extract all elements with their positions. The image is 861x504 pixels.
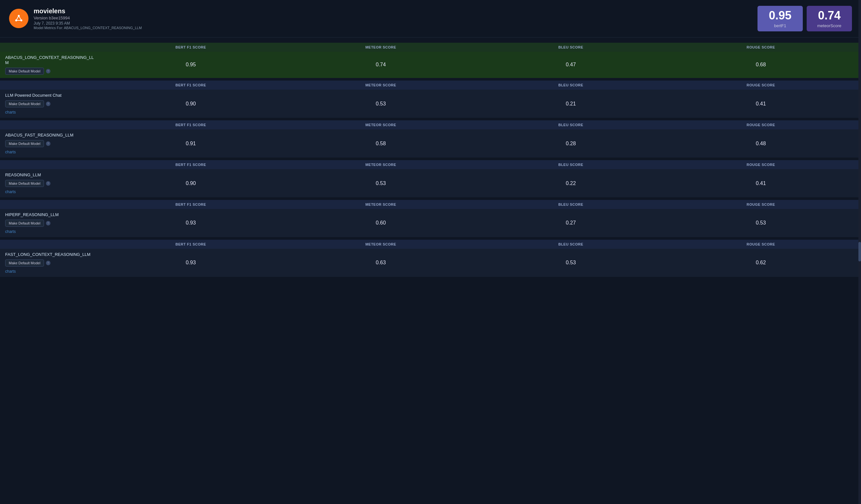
svg-line-3	[16, 16, 19, 21]
header-left: movielens Version b3ee15994 July 7, 2023…	[9, 8, 142, 30]
model-section-5: BERT F1 SCOREMETEOR SCOREBLEU SCOREROUGE…	[0, 200, 861, 237]
date: July 7, 2023 9:35 AM	[33, 21, 142, 26]
rouge-value-2: 0.41	[666, 101, 856, 107]
bert-label: bertF1	[767, 23, 794, 28]
score-header-row-6: BERT F1 SCOREMETEOR SCOREBLEU SCOREROUGE…	[0, 240, 861, 249]
scrollbar[interactable]	[858, 0, 861, 504]
meteor-value-6: 0.63	[286, 260, 476, 265]
main-content: BERT F1 SCOREMETEOR SCOREBLEU SCOREROUGE…	[0, 38, 861, 285]
header-model-col	[5, 203, 96, 206]
model-section-2: BERT F1 SCOREMETEOR SCOREBLEU SCOREROUGE…	[0, 81, 861, 118]
header-info: movielens Version b3ee15994 July 7, 2023…	[33, 8, 142, 30]
model-section-3: BERT F1 SCOREMETEOR SCOREBLEU SCOREROUGE…	[0, 120, 861, 158]
header-bleu: BLEU SCORE	[476, 123, 666, 127]
header-bert_f1: BERT F1 SCORE	[96, 242, 286, 246]
header-model-col	[5, 45, 96, 49]
header-bert_f1: BERT F1 SCORE	[96, 203, 286, 206]
header-meteor: METEOR SCORE	[286, 242, 476, 246]
model-section-4: BERT F1 SCOREMETEOR SCOREBLEU SCOREROUGE…	[0, 160, 861, 197]
model-cell-5: HIPERF_REASONING_LLMMake Default Model?c…	[5, 212, 96, 234]
header-rouge: ROUGE SCORE	[666, 242, 856, 246]
make-default-button-5[interactable]: Make Default Model	[5, 220, 44, 227]
help-icon-5[interactable]: ?	[46, 221, 51, 226]
meteor-value-5: 0.60	[286, 220, 476, 226]
model-cell-3: ABACUS_FAST_REASONING_LLMMake Default Mo…	[5, 133, 96, 154]
metric-badges: 0.95 bertF1 0.74 meteorScore	[757, 6, 852, 31]
meteor-label: meteorScore	[816, 23, 843, 28]
header-model-col	[5, 83, 96, 87]
bert_f1-value-2: 0.90	[96, 101, 286, 107]
bleu-value-4: 0.22	[476, 180, 666, 186]
help-icon-4[interactable]: ?	[46, 181, 51, 186]
score-header-row-5: BERT F1 SCOREMETEOR SCOREBLEU SCOREROUGE…	[0, 200, 861, 209]
charts-link-2[interactable]: charts	[5, 110, 96, 114]
score-data-row-1: ABACUS_LONG_CONTEXT_REASONING_LLMMake De…	[0, 52, 861, 78]
header-bert_f1: BERT F1 SCORE	[96, 45, 286, 49]
header-meteor: METEOR SCORE	[286, 163, 476, 167]
help-icon-3[interactable]: ?	[46, 141, 51, 146]
score-header-row-2: BERT F1 SCOREMETEOR SCOREBLEU SCOREROUGE…	[0, 81, 861, 90]
svg-line-4	[19, 16, 21, 21]
header-meteor: METEOR SCORE	[286, 123, 476, 127]
meteor-value: 0.74	[816, 9, 843, 22]
header: movielens Version b3ee15994 July 7, 2023…	[0, 0, 861, 38]
meteor-value-3: 0.58	[286, 141, 476, 147]
meteor-value-2: 0.53	[286, 101, 476, 107]
app-logo	[9, 9, 28, 28]
score-data-row-2: LLM Powered Document ChatMake Default Mo…	[0, 90, 861, 118]
model-name-6: FAST_LONG_CONTEXT_REASONING_LLM	[5, 252, 96, 258]
bert-badge: 0.95 bertF1	[757, 6, 803, 31]
header-meteor: METEOR SCORE	[286, 45, 476, 49]
model-name-2: LLM Powered Document Chat	[5, 93, 96, 98]
meteor-value-4: 0.53	[286, 180, 476, 186]
rouge-value-4: 0.41	[666, 180, 856, 186]
make-default-button-3[interactable]: Make Default Model	[5, 140, 44, 147]
score-header-row-1: BERT F1 SCOREMETEOR SCOREBLEU SCOREROUGE…	[0, 43, 861, 52]
rouge-value-5: 0.53	[666, 220, 856, 226]
bleu-value-6: 0.53	[476, 260, 666, 265]
meteor-value-1: 0.74	[286, 62, 476, 68]
charts-link-5[interactable]: charts	[5, 229, 96, 234]
bleu-value-3: 0.28	[476, 141, 666, 147]
rouge-value-6: 0.62	[666, 260, 856, 265]
header-rouge: ROUGE SCORE	[666, 83, 856, 87]
header-model-col	[5, 163, 96, 167]
score-header-row-3: BERT F1 SCOREMETEOR SCOREBLEU SCOREROUGE…	[0, 120, 861, 130]
charts-link-3[interactable]: charts	[5, 150, 96, 154]
header-rouge: ROUGE SCORE	[666, 203, 856, 206]
bert_f1-value-6: 0.93	[96, 260, 286, 265]
rouge-value-1: 0.68	[666, 62, 856, 68]
header-rouge: ROUGE SCORE	[666, 163, 856, 167]
bert_f1-value-3: 0.91	[96, 141, 286, 147]
model-cell-2: LLM Powered Document ChatMake Default Mo…	[5, 93, 96, 114]
header-bleu: BLEU SCORE	[476, 203, 666, 206]
score-data-row-3: ABACUS_FAST_REASONING_LLMMake Default Mo…	[0, 130, 861, 158]
bleu-value-5: 0.27	[476, 220, 666, 226]
header-model-col	[5, 242, 96, 246]
header-bleu: BLEU SCORE	[476, 83, 666, 87]
bert_f1-value-5: 0.93	[96, 220, 286, 226]
header-bert_f1: BERT F1 SCORE	[96, 163, 286, 167]
app-name: movielens	[33, 8, 142, 15]
rouge-value-3: 0.48	[666, 141, 856, 147]
model-name-1: ABACUS_LONG_CONTEXT_REASONING_LLM	[5, 55, 96, 66]
charts-link-4[interactable]: charts	[5, 190, 96, 194]
help-icon-1[interactable]: ?	[46, 69, 51, 73]
model-metrics: Model Metrics For: ABACUS_LONG_CONTEXT_R…	[33, 26, 142, 30]
model-cell-1: ABACUS_LONG_CONTEXT_REASONING_LLMMake De…	[5, 55, 96, 75]
make-default-button-1[interactable]: Make Default Model	[5, 68, 44, 75]
bert-value: 0.95	[767, 9, 794, 22]
make-default-button-2[interactable]: Make Default Model	[5, 100, 44, 107]
score-data-row-5: HIPERF_REASONING_LLMMake Default Model?c…	[0, 209, 861, 237]
header-model-col	[5, 123, 96, 127]
make-default-button-6[interactable]: Make Default Model	[5, 259, 44, 267]
meteor-badge: 0.74 meteorScore	[807, 6, 852, 31]
help-icon-6[interactable]: ?	[46, 261, 51, 265]
header-meteor: METEOR SCORE	[286, 203, 476, 206]
bleu-value-1: 0.47	[476, 62, 666, 68]
make-default-button-4[interactable]: Make Default Model	[5, 180, 44, 187]
model-name-4: REASONING_LLM	[5, 173, 96, 178]
charts-link-6[interactable]: charts	[5, 269, 96, 274]
scrollbar-thumb[interactable]	[858, 242, 861, 261]
help-icon-2[interactable]: ?	[46, 101, 51, 106]
